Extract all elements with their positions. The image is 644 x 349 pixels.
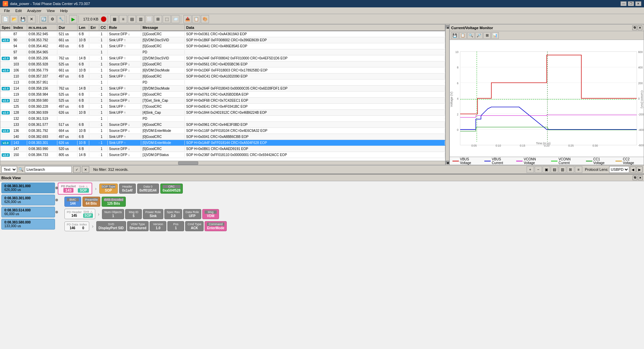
table-row[interactable]: v2.01430:08.383.301626 us10 B1Sink:UFP ↑… bbox=[0, 140, 445, 146]
pd-packet-index: 143 bbox=[63, 188, 73, 193]
scroll-down-arrow[interactable]: ▼ bbox=[446, 161, 449, 164]
pd-data-container: PD Data 146 Index 0 bbox=[64, 221, 89, 231]
table-row[interactable]: v2.01280:08.360.939626 us10 B1Sink:UFP ↑… bbox=[0, 110, 445, 116]
filter-btn5[interactable]: ▥ bbox=[559, 166, 566, 173]
timestamp-row[interactable]: 0:08.383.301.000 626,000 us bbox=[1, 195, 55, 205]
pd-data-index-label: Index bbox=[79, 223, 87, 226]
search-input[interactable] bbox=[25, 166, 72, 173]
table-row[interactable]: 1400:08.382.693497 us6 B1Sink:UFP ↑[0]Go… bbox=[0, 134, 445, 140]
minimize-button[interactable]: — bbox=[621, 1, 627, 6]
scroll-up-arrow[interactable]: ▲ bbox=[446, 25, 449, 29]
table-row[interactable]: 1320:08.361.5191PD bbox=[0, 116, 445, 122]
power-role-chip: Power Role Sink bbox=[143, 209, 163, 219]
timestamp-row[interactable]: 0:08.383.514.000 66,000 us bbox=[1, 207, 55, 217]
cell: 1 bbox=[99, 80, 108, 85]
export-btn1[interactable]: 📤 bbox=[183, 15, 192, 23]
filter-btn6[interactable]: ⊞ bbox=[567, 166, 574, 173]
cmd-type-label: Cmd Type bbox=[187, 222, 201, 226]
open-button[interactable]: 📂 bbox=[10, 15, 18, 23]
menu-analyzer[interactable]: Analyzer bbox=[24, 8, 44, 13]
block-expand-button[interactable]: ⧉ bbox=[633, 176, 637, 180]
next-button[interactable]: ▶ bbox=[637, 166, 643, 172]
menu-file[interactable]: File bbox=[1, 8, 13, 13]
scroll-thumb[interactable] bbox=[178, 161, 198, 165]
export-btn2[interactable]: 📋 bbox=[192, 15, 200, 23]
close-file-button[interactable]: ✕ bbox=[28, 15, 36, 23]
block-close-button[interactable]: ✕ bbox=[638, 176, 643, 180]
view-btn5[interactable]: ⬜ bbox=[145, 15, 153, 23]
view-btn1[interactable]: ▦ bbox=[110, 15, 118, 23]
table-row[interactable]: v2.0900:08.353.792661 us10 B1Sink:UFP ↑[… bbox=[0, 37, 445, 43]
table-row[interactable]: v2.01500:08.384.733805 us14 B1Source:DFP… bbox=[0, 152, 445, 158]
table-row[interactable]: v2.01220:08.359.580525 us6 B1Source:DFP … bbox=[0, 98, 445, 104]
filter-btn7[interactable]: ≡ bbox=[575, 166, 582, 173]
table-row[interactable]: 1470:08.383.990520 us6 B1Source:DFP ↓[5]… bbox=[0, 146, 445, 152]
table-row[interactable]: v2.0980:08.355.206762 us14 B1Sink:UFP ↑[… bbox=[0, 55, 445, 61]
cv-btn5[interactable]: ⊞ bbox=[483, 32, 491, 39]
cell: v2.0 bbox=[0, 86, 12, 91]
table-body[interactable]: 870:08.352.945521 us6 B1Source:DFP ↓[1]G… bbox=[0, 31, 445, 161]
prev-button[interactable]: ◀ bbox=[630, 166, 636, 172]
table-row[interactable]: 970:08.354.9651PD bbox=[0, 49, 445, 55]
cell: v2.0 bbox=[0, 153, 12, 157]
cv-expand-button[interactable]: ⧉ bbox=[632, 26, 637, 30]
cell: v2.0 bbox=[0, 56, 12, 60]
filter-btn4[interactable]: ▤ bbox=[551, 166, 558, 173]
menu-edit[interactable]: Edit bbox=[13, 8, 24, 13]
cell: [3]GoodCRC bbox=[141, 92, 185, 97]
view-btn6[interactable]: ⊞ bbox=[154, 15, 162, 23]
vertical-scrollbar[interactable]: ▲ ▼ bbox=[445, 24, 449, 165]
cv-btn2[interactable]: 📋 bbox=[459, 32, 467, 39]
view-btn8[interactable]: 📨 bbox=[171, 15, 179, 23]
protocol-select[interactable]: USBPD bbox=[609, 166, 629, 173]
view-btn4[interactable]: ▥ bbox=[137, 15, 145, 23]
new-button[interactable]: 📄 bbox=[1, 15, 9, 23]
legend-item: CC1 Voltage bbox=[586, 157, 611, 165]
menu-help[interactable]: Help bbox=[57, 8, 70, 13]
table-row[interactable]: 1100:08.357.337497 us6 B1Sink:UFP ↑[6]Go… bbox=[0, 73, 445, 80]
view-btn7[interactable]: ⬚ bbox=[163, 15, 171, 23]
window-controls[interactable]: — ❐ ✕ bbox=[621, 1, 641, 6]
table-row[interactable]: v2.01140:08.358.156762 us14 B1Sink:UFP ↑… bbox=[0, 86, 445, 92]
table-row[interactable]: 1330:08.361.577517 us6 B1Source:DFP ↓[4]… bbox=[0, 122, 445, 128]
table-row[interactable]: 1250:08.360.228497 us6 B1Sink:UFP ↑[7]Go… bbox=[0, 104, 445, 110]
filter-btn3[interactable]: ▣ bbox=[543, 166, 550, 173]
maximize-button[interactable]: ❐ bbox=[628, 1, 634, 6]
svg-text:4: 4 bbox=[457, 97, 459, 100]
block-view-controls[interactable]: ⧉ ✕ bbox=[633, 176, 643, 180]
cv-btn3[interactable]: 🔍 bbox=[467, 32, 475, 39]
add-filter-button[interactable]: + bbox=[527, 166, 534, 173]
cv-btn4[interactable]: 🔎 bbox=[475, 32, 483, 39]
menu-view[interactable]: View bbox=[44, 8, 58, 13]
settings-button[interactable]: ⚙ bbox=[48, 15, 56, 23]
filter-type-dropdown[interactable]: Text bbox=[1, 166, 17, 173]
remove-filter-button[interactable]: − bbox=[535, 166, 542, 173]
refresh-button[interactable]: 🔄 bbox=[40, 15, 48, 23]
play-button[interactable]: ▶ bbox=[69, 15, 77, 23]
cv-btn1[interactable]: 💾 bbox=[451, 32, 459, 39]
config-button[interactable]: 🔧 bbox=[57, 15, 65, 23]
timestamp-row[interactable]: 0:08.383.580.000 133,000 us bbox=[1, 219, 55, 230]
table-row[interactable]: 1030:08.355.928525 us6 B1Source:DFP ↓[2]… bbox=[0, 61, 445, 67]
table-row[interactable]: 1130:08.357.9511PD bbox=[0, 80, 445, 86]
table-row[interactable]: 1190:08.358.984525 us6 B1Source:DFP ↓[3]… bbox=[0, 92, 445, 98]
search-clear-button[interactable]: ✕ bbox=[82, 166, 89, 173]
table-row[interactable]: 870:08.352.945521 us6 B1Source:DFP ↓[1]G… bbox=[0, 31, 445, 37]
timestamp-row[interactable]: 0:08.383.301.000 626,000 us bbox=[1, 183, 55, 193]
cell: [7]GoodCRC bbox=[141, 104, 185, 109]
horizontal-scrollbar[interactable] bbox=[0, 161, 445, 165]
scroll-track[interactable] bbox=[446, 29, 449, 161]
view-btn3[interactable]: ▤ bbox=[128, 15, 136, 23]
table-row[interactable]: v2.01060:08.356.779661 us10 B1Source:DFP… bbox=[0, 67, 445, 73]
theme-btn[interactable]: 🎨 bbox=[201, 15, 209, 23]
cell: 122 bbox=[12, 98, 27, 103]
table-row[interactable]: v2.01360:08.381.792664 us10 B1Source:DFP… bbox=[0, 128, 445, 134]
view-btn2[interactable]: ≡ bbox=[119, 15, 127, 23]
table-row[interactable]: 940:08.354.462493 us6 B1Sink:UFP ↑[5]Goo… bbox=[0, 43, 445, 49]
cv-close-button[interactable]: ✕ bbox=[638, 26, 642, 30]
cv-btn6[interactable]: 📊 bbox=[491, 32, 499, 39]
svg-text:-400: -400 bbox=[638, 129, 644, 132]
search-go-button[interactable]: ✓ bbox=[73, 166, 80, 173]
close-button[interactable]: ✕ bbox=[635, 1, 641, 6]
save-button[interactable]: 💾 bbox=[19, 15, 27, 23]
